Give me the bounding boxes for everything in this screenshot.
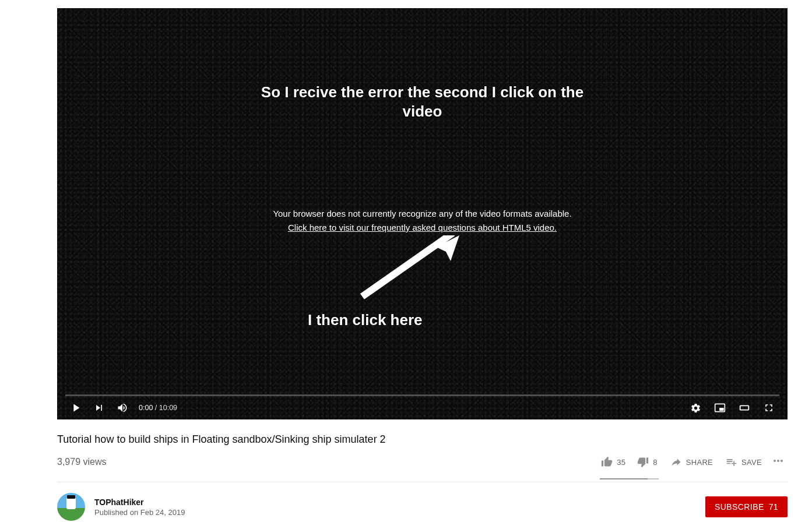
share-icon [670,456,682,468]
player-error-link[interactable]: Click here to visit our frequently asked… [288,223,557,232]
like-button[interactable]: 35 [595,453,631,471]
subscribe-button[interactable]: SUBSCRIBE 71 [705,496,788,517]
theater-button[interactable] [734,397,755,418]
info-row: 3,979 views 35 8 SHARE [57,450,788,482]
thumbs-up-icon [601,456,613,468]
share-label: SHARE [686,458,713,467]
duration: 10:09 [159,404,177,412]
current-time: 0:00 [139,404,153,412]
subscriber-count: 71 [769,502,778,512]
time-display: 0:00 / 10:09 [139,404,177,412]
volume-button[interactable] [112,397,133,418]
dislike-count: 8 [653,458,658,467]
view-count: 3,979 views [57,457,107,467]
thumbs-down-icon [637,456,649,468]
more-actions-button[interactable] [769,450,788,474]
sentiment-bar [600,478,659,479]
annotation-bottom: I then click here [308,311,423,329]
video-title: Tutorial how to build ships in Floating … [57,433,788,446]
miniplayer-button[interactable] [709,397,730,418]
fullscreen-button[interactable] [758,397,779,418]
share-button[interactable]: SHARE [665,453,719,471]
more-horiz-icon [771,454,785,468]
save-label: SAVE [741,458,762,467]
settings-button[interactable] [685,397,706,418]
channel-name[interactable]: TOPhatHiker [94,498,185,507]
subscribe-label: SUBSCRIBE [715,502,764,512]
channel-row: TOPhatHiker Published on Feb 24, 2019 SU… [57,482,788,521]
player-controls: 0:00 / 10:09 [57,396,788,419]
video-player[interactable]: So I recive the error the second I click… [57,8,788,419]
publish-date: Published on Feb 24, 2019 [94,508,185,517]
save-button[interactable]: SAVE [720,453,768,471]
dislike-button[interactable]: 8 [631,453,663,471]
like-count: 35 [617,458,625,467]
next-button[interactable] [89,397,110,418]
annotation-top: So I recive the error the second I click… [240,83,605,121]
playlist-add-icon [726,456,737,468]
play-button[interactable] [65,397,86,418]
channel-avatar[interactable] [57,493,85,521]
player-error-message: Your browser does not currently recogniz… [273,209,571,218]
